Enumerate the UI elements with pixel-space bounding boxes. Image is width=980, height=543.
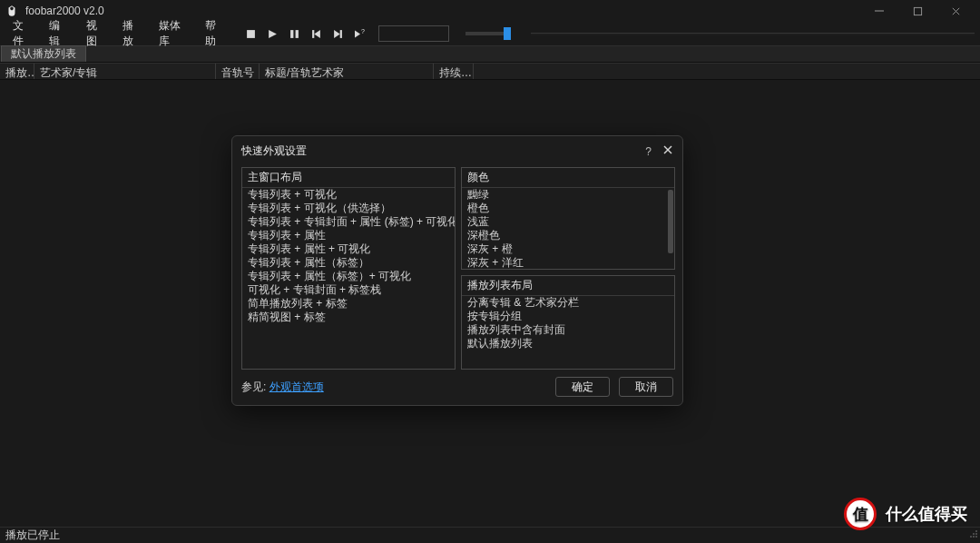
dialog-titlebar: 快速外观设置 ? [232,136,682,167]
playlist-tab-label: 默认播放列表 [11,46,76,62]
playlist-layout-panel: 播放列表布局 分离专辑 & 艺术家分栏 按专辑分组 播放列表中含有封面 默认播放… [461,275,675,370]
svg-rect-4 [247,30,255,38]
list-item[interactable]: 按专辑分组 [462,310,674,323]
svg-text:?: ? [361,29,365,35]
close-button[interactable] [936,0,975,22]
quick-appearance-dialog: 快速外观设置 ? 主窗口布局 专辑列表 + 可视化 专辑列表 + 可视化（供选择… [231,135,683,406]
list-item[interactable]: 精简视图 + 标签 [242,311,455,324]
dialog-title: 快速外观设置 [241,143,307,159]
colors-header: 颜色 [462,168,674,188]
list-item[interactable]: 深灰 + 洋红 [462,256,674,269]
ok-button[interactable]: 确定 [555,377,610,397]
playlist-layout-list[interactable]: 分离专辑 & 艺术家分栏 按专辑分组 播放列表中含有封面 默认播放列表 [462,296,674,369]
main-window-layout-list[interactable]: 专辑列表 + 可视化 专辑列表 + 可视化（供选择） 专辑列表 + 专辑封面 +… [242,188,455,369]
prev-icon[interactable] [309,26,324,41]
menu-help[interactable]: 帮助 [198,15,232,52]
dialog-hint: 参见: 外观首选项 [241,380,324,395]
maximize-button[interactable] [898,0,936,22]
col-playing[interactable]: 播放… [0,64,34,79]
svg-rect-8 [312,30,314,38]
pause-icon[interactable] [288,26,302,41]
col-duration[interactable]: 持续… [434,64,474,79]
volume-thumb[interactable] [504,27,511,40]
play-icon[interactable] [266,26,280,41]
playlist-tab[interactable]: 默认播放列表 [1,45,86,62]
menu-library[interactable]: 媒体库 [152,15,196,52]
list-item[interactable]: 可视化 + 专辑封面 + 标签栈 [242,283,455,297]
main-window-layout-panel: 主窗口布局 专辑列表 + 可视化 专辑列表 + 可视化（供选择） 专辑列表 + … [241,167,456,370]
volume-slider[interactable] [466,32,509,35]
list-item[interactable]: 黝绿 [462,188,674,202]
resize-grip-icon[interactable] [967,528,978,541]
list-item[interactable]: 深橙色 [462,229,674,242]
svg-point-15 [973,533,975,535]
minimize-button[interactable] [860,0,898,22]
column-headers: 播放… 艺术家/专辑 音轨号 标题/音轨艺术家 持续… [0,63,980,80]
cancel-button[interactable]: 取消 [619,377,673,397]
list-item[interactable]: 专辑列表 + 属性 [242,229,455,242]
col-trackno[interactable]: 音轨号 [216,64,260,79]
list-item[interactable]: 浅蓝 [462,215,674,229]
next-icon[interactable] [331,26,346,41]
random-icon[interactable]: ? [353,26,368,41]
appearance-prefs-link[interactable]: 外观首选项 [270,380,324,393]
playback-order-select[interactable] [378,25,449,42]
list-item[interactable]: 专辑列表 + 属性（标签）+ 可视化 [242,270,455,283]
dialog-help-button[interactable]: ? [645,145,652,158]
stop-icon[interactable] [244,26,259,41]
svg-rect-6 [290,30,293,38]
svg-marker-9 [314,30,320,38]
dialog-close-button[interactable] [662,144,673,158]
menu-play[interactable]: 播放 [115,15,150,52]
list-item[interactable]: 专辑列表 + 可视化 [242,188,455,202]
svg-rect-11 [340,30,342,38]
svg-point-14 [975,530,977,532]
main-window-layout-header: 主窗口布局 [242,168,455,188]
colors-list[interactable]: 黝绿 橙色 浅蓝 深橙色 深灰 + 橙 深灰 + 洋红 [462,188,674,269]
svg-rect-1 [914,7,921,15]
svg-point-16 [975,533,977,535]
list-item[interactable]: 播放列表中含有封面 [462,323,674,337]
svg-marker-12 [355,30,360,37]
list-item[interactable]: 分离专辑 & 艺术家分栏 [462,296,674,310]
list-item[interactable]: 专辑列表 + 属性 + 可视化 [242,242,455,256]
status-bar: 播放已停止 [0,527,980,543]
svg-point-17 [970,536,972,538]
col-title-artist[interactable]: 标题/音轨艺术家 [260,64,434,79]
svg-marker-10 [334,30,340,38]
transport-controls: ? [244,26,368,41]
list-item[interactable]: 橙色 [462,202,674,215]
svg-point-18 [973,536,975,538]
colors-panel: 颜色 黝绿 橙色 浅蓝 深橙色 深灰 + 橙 深灰 + 洋红 [461,167,675,270]
list-item[interactable]: 深灰 + 橙 [462,242,674,256]
list-item[interactable]: 简单播放列表 + 标签 [242,297,455,311]
list-item[interactable]: 默认播放列表 [462,337,674,350]
list-item[interactable]: 专辑列表 + 专辑封面 + 属性 (标签) + 可视化 + 歌词 [242,215,455,229]
playlist-layout-header: 播放列表布局 [462,276,674,296]
svg-point-19 [975,536,977,538]
col-artist-album[interactable]: 艺术家/专辑 [34,64,216,79]
colors-scrollbar[interactable] [666,188,674,269]
svg-marker-5 [269,30,277,38]
svg-rect-7 [296,30,299,38]
list-item[interactable]: 专辑列表 + 可视化（供选择） [242,202,455,215]
menu-bar: 文件 编辑 视图 播放 媒体库 帮助 ? [0,22,980,45]
seek-bar[interactable] [531,33,975,35]
status-text: 播放已停止 [5,528,60,543]
list-item[interactable]: 专辑列表 + 属性（标签） [242,256,455,270]
dialog-footer: 参见: 外观首选项 确定 取消 [232,370,682,405]
